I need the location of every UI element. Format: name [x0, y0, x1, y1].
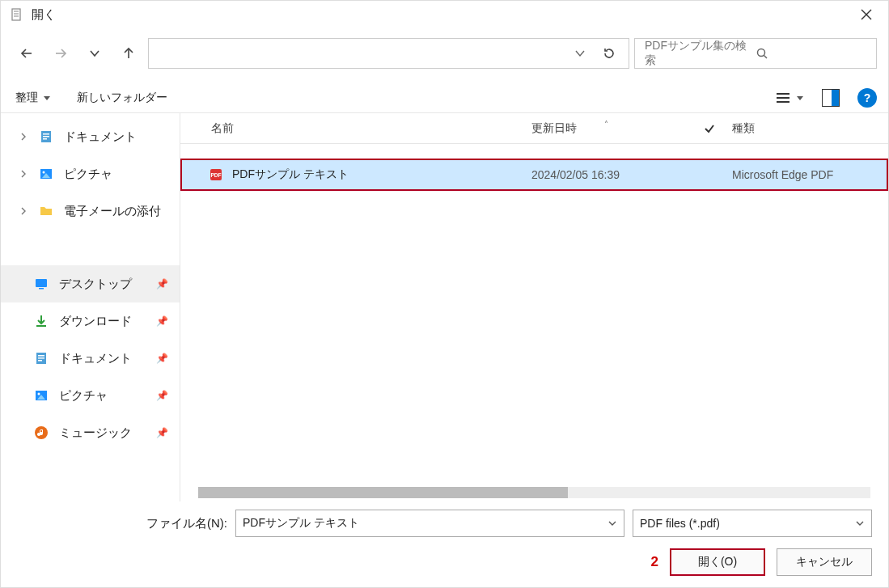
document-icon [33, 350, 49, 366]
svg-point-9 [758, 49, 765, 57]
search-placeholder: PDFサンプル集の検索 [645, 39, 756, 68]
pin-icon: 📌 [156, 353, 168, 364]
list-icon [775, 91, 791, 104]
column-header-date[interactable]: 更新日時 ˄ [531, 121, 693, 136]
chevron-right-icon [19, 169, 28, 179]
pin-icon: 📌 [156, 390, 168, 401]
sidebar-item-music[interactable]: ミュージック 📌 [1, 414, 180, 451]
pin-icon: 📌 [156, 427, 168, 438]
sidebar-item-pictures-quick[interactable]: ピクチャ 📌 [1, 377, 180, 414]
sidebar: ドキュメント ピクチャ 電子メールの添付 デスクトップ 📌 ダウンロード [1, 113, 180, 501]
file-list-area: 名前 更新日時 ˄ 種類 1 PDF PDFサンプル テキスト [180, 113, 888, 501]
file-type-filter[interactable]: PDF files (*.pdf) [633, 510, 872, 537]
svg-rect-19 [43, 138, 47, 140]
address-dropdown-icon[interactable] [565, 39, 595, 68]
toolbar: 整理 新しいフォルダー ? [1, 83, 888, 112]
recent-locations-button[interactable] [80, 39, 109, 68]
help-button[interactable]: ? [857, 88, 877, 108]
sidebar-item-desktop[interactable]: デスクトップ 📌 [1, 265, 180, 302]
svg-rect-30 [38, 360, 42, 362]
cancel-button[interactable]: キャンセル [777, 548, 872, 576]
file-type: Microsoft Edge PDF [726, 168, 888, 181]
open-dialog: 開く PDFサンプル集の検索 [0, 0, 889, 588]
scrollbar-thumb[interactable] [198, 487, 568, 498]
svg-rect-18 [43, 136, 49, 137]
sidebar-item-documents[interactable]: ドキュメント [1, 118, 180, 155]
svg-rect-0 [12, 9, 20, 20]
svg-text:PDF: PDF [211, 172, 222, 178]
chevron-down-icon[interactable] [607, 518, 617, 528]
search-input[interactable]: PDFサンプル集の検索 [634, 38, 877, 69]
file-row[interactable]: PDF PDFサンプル テキスト 2024/02/05 16:39 Micros… [180, 159, 888, 191]
svg-marker-15 [797, 96, 803, 100]
svg-point-21 [43, 171, 45, 174]
chevron-down-icon [796, 94, 804, 102]
sort-arrow-icon: ˄ [604, 120, 608, 129]
address-bar[interactable] [148, 38, 629, 69]
file-name: PDFサンプル テキスト [232, 167, 349, 182]
filename-input[interactable]: PDFサンプル テキスト [235, 510, 624, 537]
pdf-icon: PDF [208, 167, 224, 183]
svg-rect-24 [39, 288, 44, 290]
preview-pane-toggle[interactable] [822, 89, 840, 107]
pin-icon: 📌 [156, 315, 168, 327]
desktop-icon [33, 276, 49, 292]
body: ドキュメント ピクチャ 電子メールの添付 デスクトップ 📌 ダウンロード [1, 112, 888, 501]
folder-icon [38, 203, 54, 219]
chevron-down-icon [43, 94, 51, 102]
callout-2: 2 [651, 554, 658, 570]
file-list: 1 PDF PDFサンプル テキスト 2024/02/05 16:39 Micr… [180, 144, 888, 487]
svg-rect-29 [38, 357, 44, 359]
view-menu[interactable] [775, 91, 804, 104]
navigation-row: PDFサンプル集の検索 [1, 28, 888, 83]
svg-marker-11 [44, 96, 50, 100]
picture-icon [38, 166, 54, 182]
chevron-down-icon[interactable] [855, 518, 865, 528]
window-title: 開く [32, 7, 56, 23]
sidebar-item-pictures[interactable]: ピクチャ [1, 155, 180, 192]
footer: ファイル名(N): PDFサンプル テキスト PDF files (*.pdf)… [1, 501, 888, 587]
close-button[interactable] [848, 1, 885, 28]
file-date: 2024/02/05 16:39 [531, 168, 693, 181]
sidebar-item-documents-quick[interactable]: ドキュメント 📌 [1, 340, 180, 377]
column-header-check[interactable] [693, 122, 726, 135]
horizontal-scrollbar[interactable] [198, 487, 870, 498]
svg-point-32 [38, 393, 40, 396]
music-icon [33, 425, 49, 441]
organize-menu[interactable]: 整理 [15, 91, 51, 105]
picture-icon [33, 387, 49, 404]
forward-button[interactable] [46, 39, 75, 68]
back-button[interactable] [12, 39, 41, 68]
sidebar-item-email-attachments[interactable]: 電子メールの添付 [1, 192, 180, 230]
svg-line-10 [764, 56, 768, 59]
app-icon [9, 6, 25, 23]
column-header-name[interactable]: 名前 [180, 121, 531, 136]
document-icon [38, 129, 54, 145]
list-header: 名前 更新日時 ˄ 種類 [180, 113, 888, 144]
svg-rect-23 [36, 279, 47, 287]
chevron-right-icon [19, 206, 28, 216]
filename-label: ファイル名(N): [17, 516, 227, 531]
title-bar: 開く [1, 1, 888, 28]
pin-icon: 📌 [156, 278, 168, 290]
svg-rect-17 [43, 133, 49, 135]
column-header-type[interactable]: 種類 [726, 121, 888, 136]
refresh-button[interactable] [595, 39, 624, 68]
svg-rect-28 [38, 355, 44, 357]
chevron-right-icon [19, 132, 28, 142]
search-icon [756, 47, 866, 60]
up-button[interactable] [114, 39, 143, 68]
open-button[interactable]: 開く(O) [670, 548, 765, 576]
new-folder-button[interactable]: 新しいフォルダー [77, 91, 167, 105]
download-icon [33, 313, 49, 329]
sidebar-item-downloads[interactable]: ダウンロード 📌 [1, 302, 180, 340]
